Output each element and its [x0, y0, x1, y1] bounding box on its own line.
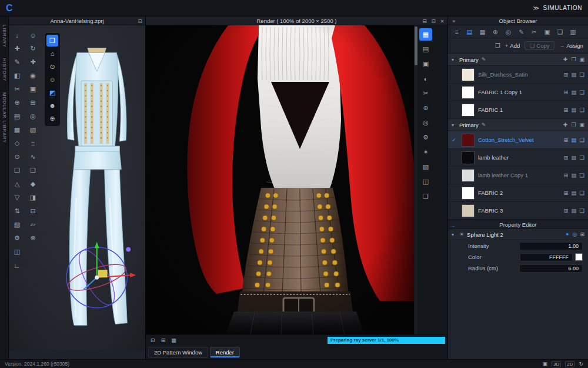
rotate-tool-icon[interactable]: ↻: [26, 42, 39, 55]
close-icon[interactable]: ✕: [439, 18, 446, 24]
layout-tool-icon[interactable]: ◫: [11, 246, 24, 258]
duplicate-icon[interactable]: ❏: [579, 137, 584, 143]
duplicate-icon[interactable]: ❏: [579, 107, 584, 113]
caret-down-icon[interactable]: ▾: [452, 122, 456, 128]
import-tool-icon[interactable]: ↓: [11, 29, 24, 41]
properties-icon[interactable]: ▤: [571, 154, 576, 161]
render-shading-icon[interactable]: ◐: [419, 72, 432, 85]
duplicate-icon[interactable]: ❏: [579, 154, 584, 161]
duplicate-icon[interactable]: ❏: [579, 89, 584, 95]
render-light-icon[interactable]: ✶: [419, 146, 432, 158]
mesh-tool-icon[interactable]: ▨: [11, 218, 24, 231]
environment-display-icon[interactable]: ⊕: [46, 112, 58, 124]
sewing-tool-icon[interactable]: △: [11, 178, 24, 190]
render-settings-icon[interactable]: ⚙: [419, 131, 432, 144]
add-section-icon[interactable]: ✚: [563, 122, 568, 128]
add-object-icon[interactable]: ⊕: [489, 26, 502, 37]
selected-object-row[interactable]: ▾ ☀ Sphere Light 2 ✶◎⊞: [448, 229, 588, 240]
scrollbar-thumb[interactable]: [415, 26, 417, 65]
grid-view-icon[interactable]: ▦: [169, 336, 178, 344]
duplicate-icon[interactable]: ❏: [579, 207, 584, 214]
box-icon[interactable]: ▣: [541, 26, 553, 37]
properties-icon[interactable]: ▤: [571, 207, 576, 214]
fabric-swatch[interactable]: [462, 86, 475, 99]
dock-window-icon[interactable]: ⊟: [421, 18, 428, 24]
copy-object-icon[interactable]: ❏: [554, 26, 566, 37]
property-value-field[interactable]: 6.00: [519, 264, 583, 273]
caret-down-icon[interactable]: ▾: [452, 57, 456, 62]
move-tool-icon[interactable]: ✚: [11, 42, 24, 55]
badge-2d[interactable]: 2D: [565, 361, 574, 367]
refresh-icon[interactable]: ↻: [579, 361, 583, 367]
tab-2d-pattern-window[interactable]: 2D Pattern Window: [148, 347, 208, 358]
cut-icon[interactable]: ✂: [528, 26, 540, 37]
edit-icon[interactable]: ✎: [515, 26, 527, 37]
add-point-tool-icon[interactable]: ⊕: [11, 97, 24, 109]
add-colorway-icon[interactable]: ⊞: [564, 107, 569, 113]
duplicate-icon[interactable]: ❏: [579, 71, 584, 78]
add-colorway-icon[interactable]: ⊞: [564, 154, 569, 161]
shape-tool-icon[interactable]: ◇: [11, 137, 24, 150]
fabric-row[interactable]: lamb leather Copy 1⊞▤❏: [448, 167, 588, 184]
link-icon[interactable]: ⊞: [580, 231, 584, 237]
properties-icon[interactable]: ▤: [571, 172, 576, 178]
add-colorway-icon[interactable]: ⊞: [564, 71, 569, 78]
fabric-list-icon[interactable]: ▤: [463, 26, 476, 37]
render-texture-icon[interactable]: ▧: [419, 161, 432, 173]
gizmo-cube-icon[interactable]: ❒: [46, 35, 58, 47]
mannequin-display-icon[interactable]: ☻: [46, 100, 58, 111]
fit-view-icon[interactable]: ⊞: [159, 336, 168, 344]
assign-button[interactable]: → Assign: [559, 42, 583, 49]
left-rail-tab-history[interactable]: HISTORY: [2, 58, 7, 82]
fabric-row[interactable]: FABRIC 2⊞▤❏: [448, 184, 588, 202]
add-panel-tool-icon[interactable]: ⊞: [26, 97, 39, 109]
garment-display-icon[interactable]: ◩: [46, 87, 58, 98]
fabric-swatch[interactable]: [462, 134, 475, 147]
pin-view-icon[interactable]: ⊙: [46, 61, 58, 72]
fabric-row[interactable]: ✓Cotton_Stretch_Velvet⊞▤❏: [448, 131, 588, 149]
panel-menu-icon[interactable]: ≡: [450, 18, 457, 24]
folder-icon[interactable]: ❒: [571, 57, 576, 62]
tab-render[interactable]: Render: [210, 347, 240, 358]
render-image[interactable]: [146, 25, 414, 334]
folder-add-icon[interactable]: ❒: [495, 42, 500, 49]
curve-tool-icon[interactable]: ∿: [26, 151, 39, 163]
fabric-swatch[interactable]: [462, 104, 475, 117]
swap-tool-icon[interactable]: ⇅: [11, 205, 24, 217]
duplicate-tool-icon[interactable]: ❏: [26, 164, 39, 177]
render-frame-icon[interactable]: ▣: [419, 58, 432, 70]
render-visibility-icon[interactable]: ◎: [573, 231, 577, 237]
properties-icon[interactable]: ▤: [571, 190, 576, 196]
property-value-field[interactable]: FFFFFF: [520, 253, 573, 261]
fabric-swatch[interactable]: [462, 151, 475, 164]
properties-icon[interactable]: ▤: [571, 107, 576, 113]
grid-tool-icon[interactable]: ▦: [11, 124, 24, 136]
edit-group-icon[interactable]: ✎: [482, 57, 486, 62]
box-icon[interactable]: ▣: [579, 122, 584, 128]
left-rail-tab-modular-library[interactable]: MODULAR LIBRARY: [2, 92, 7, 144]
box-tool-icon[interactable]: ▣: [26, 83, 39, 95]
avatar-display-icon[interactable]: ☺: [46, 74, 58, 85]
pin-panel-icon[interactable]: ⊡: [136, 18, 143, 24]
fabric-swatch[interactable]: [462, 187, 475, 200]
gear-tool-icon[interactable]: ⚙: [11, 232, 24, 244]
property-value-field[interactable]: 1.00: [519, 242, 583, 250]
collapse-panel-button[interactable]: →: [448, 220, 457, 230]
add-colorway-icon[interactable]: ⊞: [564, 137, 569, 143]
steam-tool-icon[interactable]: ▱: [26, 218, 39, 231]
edit-group-icon[interactable]: ✎: [482, 122, 486, 128]
render-copy-icon[interactable]: ❏: [419, 190, 432, 203]
point-tool-icon[interactable]: ◉: [26, 69, 39, 82]
render-grid-icon[interactable]: ▦: [419, 28, 432, 41]
render-layers-icon[interactable]: ▤: [419, 43, 432, 55]
add-button[interactable]: + Add: [505, 42, 520, 49]
half-tool-icon[interactable]: ◨: [26, 191, 39, 204]
add-colorway-icon[interactable]: ⊞: [564, 207, 569, 214]
copy-button[interactable]: ❏ Copy: [524, 41, 554, 50]
box-icon[interactable]: ▣: [579, 57, 584, 62]
folder-icon[interactable]: ❒: [571, 122, 576, 128]
fabric-swatch[interactable]: [462, 68, 475, 81]
fabric-row[interactable]: FABRIC 3⊞▤❏: [448, 202, 588, 220]
render-add-icon[interactable]: ⊕: [419, 102, 432, 114]
measure-tool-icon[interactable]: ∟: [11, 259, 24, 271]
